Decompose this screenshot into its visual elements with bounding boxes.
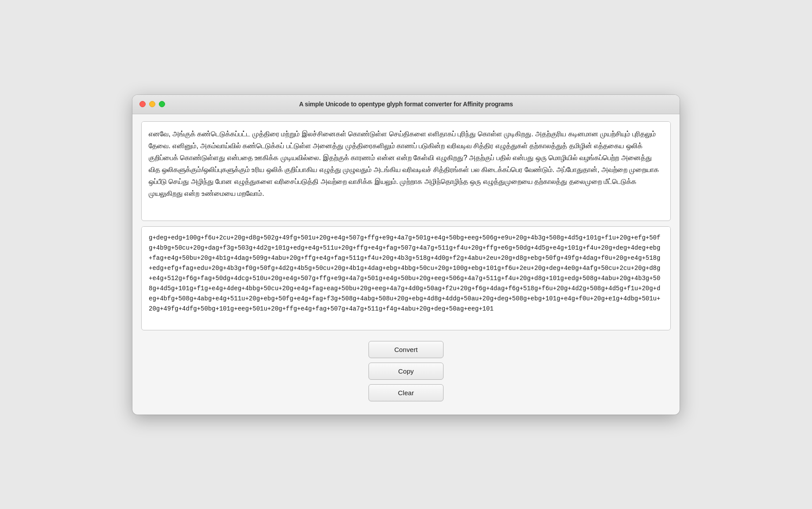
glyph-output[interactable]	[142, 227, 670, 328]
traffic-lights	[139, 101, 165, 107]
window-title: A simple Unicode to opentype glyph forma…	[299, 101, 513, 108]
buttons-section: Convert Copy Clear	[132, 330, 680, 415]
unicode-input[interactable]	[142, 122, 670, 219]
convert-button[interactable]: Convert	[368, 341, 444, 358]
copy-button[interactable]: Copy	[368, 363, 444, 380]
output-section	[141, 226, 671, 330]
clear-button[interactable]: Clear	[368, 384, 444, 401]
title-bar: A simple Unicode to opentype glyph forma…	[132, 95, 680, 114]
minimize-button[interactable]	[149, 101, 155, 107]
window-content: Convert Copy Clear	[132, 114, 680, 415]
close-button[interactable]	[139, 101, 146, 107]
maximize-button[interactable]	[159, 101, 165, 107]
input-section	[141, 121, 671, 221]
app-window: A simple Unicode to opentype glyph forma…	[132, 95, 680, 415]
